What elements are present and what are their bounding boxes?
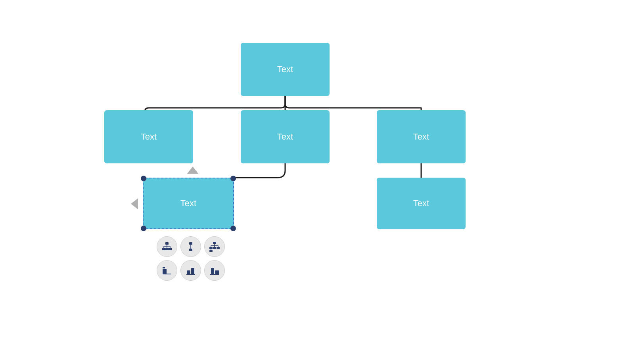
arrow-left-indicator	[131, 198, 138, 209]
align-bottom-left-icon	[161, 265, 173, 276]
svg-rect-19	[213, 247, 216, 249]
svg-rect-20	[217, 247, 220, 249]
toolbar-btn-align-br[interactable]	[204, 260, 225, 281]
node-child-left[interactable]: Text	[104, 110, 193, 163]
svg-rect-6	[162, 248, 165, 250]
toolbar-btn-multi-children[interactable]	[204, 236, 225, 257]
tree-parent-icon	[161, 241, 173, 252]
toolbar-btn-tree-parent[interactable]	[157, 236, 177, 257]
svg-rect-33	[211, 268, 214, 274]
toolbar-row-2	[157, 260, 225, 281]
resize-handle-tr[interactable]	[230, 176, 236, 181]
svg-rect-22	[209, 250, 213, 252]
svg-rect-0	[165, 242, 169, 245]
resize-handle-br[interactable]	[230, 226, 236, 231]
arrow-up-indicator	[187, 167, 198, 174]
svg-rect-26	[163, 271, 167, 274]
node-grandchild-right[interactable]: Text	[377, 178, 466, 229]
node-child-center[interactable]: Text	[241, 110, 330, 163]
svg-rect-8	[169, 248, 172, 250]
node-child-right-label: Text	[413, 132, 429, 142]
diagram-canvas: Text Text Text Text Text Text	[0, 0, 625, 364]
svg-rect-27	[163, 267, 165, 268]
node-child-left-label: Text	[141, 132, 157, 142]
tree-children-icon	[209, 241, 220, 252]
svg-rect-30	[191, 268, 194, 274]
node-root-label: Text	[277, 64, 293, 75]
svg-rect-18	[209, 247, 213, 249]
toolbar-btn-align-bc[interactable]	[180, 260, 201, 281]
align-bottom-center-icon	[185, 265, 196, 276]
node-grandchild-right-label: Text	[413, 198, 429, 209]
node-child-right[interactable]: Text	[377, 110, 466, 163]
resize-handle-tl[interactable]	[141, 176, 146, 181]
node-grandchild-selected[interactable]: Text	[143, 178, 234, 229]
svg-rect-12	[213, 242, 216, 244]
tree-child-single-icon	[185, 241, 196, 252]
svg-rect-32	[215, 270, 219, 274]
align-bottom-right-icon	[209, 265, 220, 276]
toolbar-btn-single-child[interactable]	[180, 236, 201, 257]
node-grandchild-selected-label: Text	[180, 198, 196, 209]
svg-rect-11	[189, 249, 192, 251]
svg-rect-7	[165, 248, 169, 250]
resize-handle-bl[interactable]	[141, 226, 146, 231]
node-child-center-label: Text	[277, 132, 293, 142]
toolbar-btn-align-bl[interactable]	[157, 260, 177, 281]
node-root[interactable]: Text	[241, 43, 330, 96]
svg-rect-29	[187, 270, 190, 274]
svg-rect-9	[189, 242, 192, 245]
toolbar-row-1	[157, 236, 225, 257]
